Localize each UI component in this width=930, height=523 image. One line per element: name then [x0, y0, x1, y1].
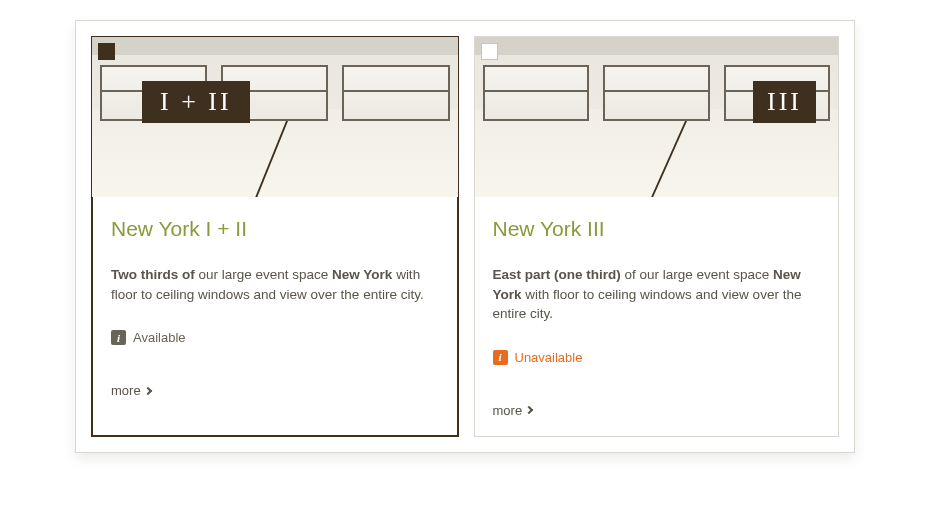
room-image: I + II [92, 37, 458, 197]
card-body: New York III East part (one third) of ou… [475, 197, 839, 436]
chevron-right-icon [525, 406, 533, 414]
more-link[interactable]: more [493, 403, 821, 418]
status-text: Available [133, 330, 186, 345]
info-icon: i [111, 330, 126, 345]
room-title: New York I + II [111, 217, 439, 241]
room-description: Two thirds of our large event space New … [111, 265, 439, 304]
room-title: New York III [493, 217, 821, 241]
select-checkbox[interactable] [481, 43, 498, 60]
room-card-grid: I + II New York I + II Two thirds of our… [75, 20, 855, 453]
chevron-right-icon [143, 386, 151, 394]
select-checkbox[interactable] [98, 43, 115, 60]
room-image: III [475, 37, 839, 197]
status-text: Unavailable [515, 350, 583, 365]
availability-status: i Unavailable [493, 350, 821, 365]
room-description: East part (one third) of our large event… [493, 265, 821, 324]
room-card[interactable]: III New York III East part (one third) o… [474, 36, 840, 437]
more-link[interactable]: more [111, 383, 439, 398]
availability-status: i Available [111, 330, 439, 345]
room-card[interactable]: I + II New York I + II Two thirds of our… [91, 36, 459, 437]
room-image-label: I + II [142, 81, 250, 123]
card-body: New York I + II Two thirds of our large … [93, 197, 457, 416]
room-image-label: III [753, 81, 816, 123]
info-icon: i [493, 350, 508, 365]
